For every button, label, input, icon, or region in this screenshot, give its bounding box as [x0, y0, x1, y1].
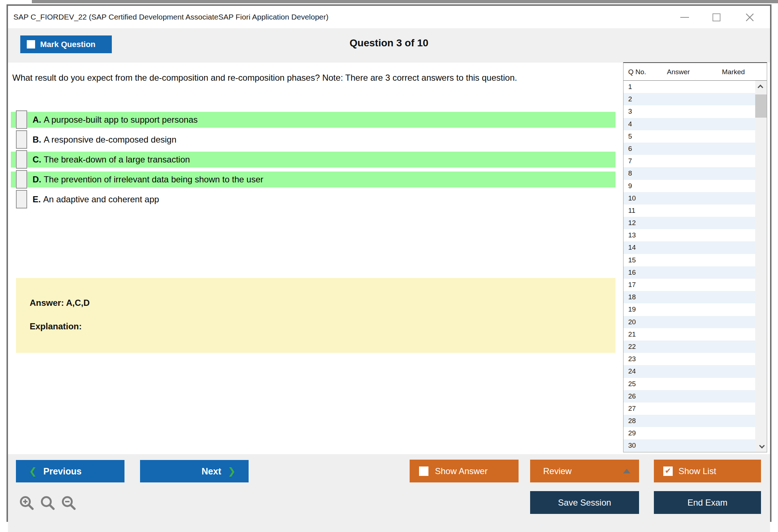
question-list-row[interactable]: 1	[623, 81, 755, 93]
explanation-label: Explanation:	[30, 321, 616, 332]
question-list-row[interactable]: 4	[623, 118, 755, 130]
review-button[interactable]: Review	[530, 460, 639, 482]
previous-label: Previous	[43, 466, 82, 477]
scroll-up-button[interactable]	[755, 81, 767, 92]
maximize-icon	[713, 13, 720, 21]
option-e[interactable]: E. An adaptive and coherent app	[11, 191, 616, 207]
question-list-row[interactable]: 11	[623, 204, 755, 217]
scrollbar-thumb[interactable]	[755, 94, 767, 118]
background-window-edge	[32, 0, 778, 3]
title-bar: SAP C_FIORDEV_22 (SAP Certified Developm…	[8, 6, 770, 28]
chevron-up-icon	[757, 84, 763, 90]
question-list-row[interactable]: 12	[623, 217, 755, 229]
review-label: Review	[543, 466, 572, 476]
question-list-row[interactable]: 24	[623, 365, 755, 377]
question-list-row[interactable]: 19	[623, 303, 755, 316]
close-button[interactable]	[743, 10, 757, 25]
option-checkbox[interactable]	[16, 150, 27, 169]
maximize-button[interactable]	[709, 10, 724, 25]
end-exam-button[interactable]: End Exam	[654, 491, 761, 514]
chevron-right-icon: ❯	[228, 466, 236, 476]
question-list-row[interactable]: 10	[623, 192, 755, 204]
question-list-row[interactable]: 20	[623, 316, 755, 328]
check-icon: ✔	[665, 467, 671, 475]
option-checkbox[interactable]	[16, 130, 27, 149]
option-text: E. An adaptive and coherent app	[33, 191, 159, 207]
save-session-label: Save Session	[558, 498, 611, 508]
question-list-row[interactable]: 7	[623, 155, 755, 167]
question-list-panel: Q No. Answer Marked 12345678910111213141…	[623, 62, 767, 452]
zoom-in-button[interactable]	[19, 495, 35, 512]
show-list-checkbox-icon[interactable]: ✔	[663, 466, 673, 476]
question-list-row[interactable]: 13	[623, 229, 755, 241]
question-counter: Question 3 of 10	[8, 37, 770, 49]
minimize-icon	[680, 17, 689, 18]
question-list-row[interactable]: 27	[623, 402, 755, 415]
zoom-toolbar	[19, 495, 77, 512]
column-header-qno: Q No.	[628, 63, 646, 81]
option-c[interactable]: C. The break-down of a large transaction	[11, 152, 616, 168]
answer-explanation-box: Answer: A,C,D Explanation:	[16, 278, 616, 353]
column-header-answer: Answer	[667, 63, 690, 81]
options-list: A. A purpose-built app to support person…	[11, 112, 616, 211]
question-list-row[interactable]: 22	[623, 341, 755, 353]
question-list-row[interactable]: 17	[623, 279, 755, 291]
question-list-row[interactable]: 23	[623, 353, 755, 365]
zoom-out-button[interactable]	[61, 495, 77, 512]
question-list-row[interactable]: 3	[623, 105, 755, 118]
question-list-row[interactable]: 5	[623, 130, 755, 143]
question-list-row[interactable]: 28	[623, 415, 755, 427]
show-answer-label: Show Answer	[435, 466, 487, 476]
question-list-row[interactable]: 21	[623, 328, 755, 341]
question-list-row[interactable]: 15	[623, 254, 755, 266]
app-window: SAP C_FIORDEV_22 (SAP Certified Developm…	[7, 4, 771, 522]
end-exam-label: End Exam	[688, 498, 728, 508]
question-list-row[interactable]: 30	[623, 439, 755, 452]
column-header-marked: Marked	[722, 63, 745, 81]
option-d[interactable]: D. The prevention of irrelevant data bei…	[11, 172, 616, 187]
answer-label: Answer: A,C,D	[30, 298, 616, 308]
option-checkbox[interactable]	[16, 110, 27, 129]
option-checkbox[interactable]	[16, 170, 27, 189]
question-list-row[interactable]: 14	[623, 241, 755, 254]
question-text: What result do you expect from the de-co…	[12, 71, 595, 85]
option-a[interactable]: A. A purpose-built app to support person…	[11, 112, 616, 128]
window-title: SAP C_FIORDEV_22 (SAP Certified Developm…	[13, 6, 329, 28]
option-text: D. The prevention of irrelevant data bei…	[33, 172, 263, 187]
question-list-row[interactable]: 2	[623, 93, 755, 105]
option-text: B. A responsive de-composed design	[33, 132, 177, 148]
close-icon	[745, 12, 755, 22]
show-answer-button[interactable]: Show Answer	[410, 460, 519, 482]
option-b[interactable]: B. A responsive de-composed design	[11, 132, 616, 148]
previous-button[interactable]: ❮ Previous	[16, 460, 124, 482]
question-list-scrollbar[interactable]	[755, 81, 767, 452]
question-list-row[interactable]: 18	[623, 291, 755, 303]
question-list-row[interactable]: 29	[623, 427, 755, 439]
caret-up-icon	[623, 469, 630, 473]
question-list-header: Q No. Answer Marked	[623, 63, 767, 81]
chevron-down-icon	[759, 443, 765, 448]
question-list-row[interactable]: 9	[623, 180, 755, 192]
option-text: A. A purpose-built app to support person…	[33, 112, 198, 128]
next-label: Next	[202, 466, 221, 477]
next-button[interactable]: Next ❯	[140, 460, 249, 482]
scroll-down-button[interactable]	[755, 440, 767, 452]
question-list-row[interactable]: 26	[623, 390, 755, 402]
show-answer-checkbox-icon[interactable]	[419, 466, 428, 476]
zoom-reset-button[interactable]	[40, 495, 56, 512]
chevron-left-icon: ❮	[29, 466, 37, 476]
save-session-button[interactable]: Save Session	[530, 491, 639, 514]
question-list-row[interactable]: 25	[623, 378, 755, 390]
option-text: C. The break-down of a large transaction	[33, 152, 190, 168]
option-checkbox[interactable]	[16, 190, 27, 208]
show-list-button[interactable]: ✔ Show List	[654, 460, 761, 482]
question-list-rows: 1234567891011121314151617181920212223242…	[623, 81, 755, 452]
show-list-label: Show List	[678, 466, 716, 476]
question-list-row[interactable]: 16	[623, 266, 755, 279]
question-list-row[interactable]: 6	[623, 143, 755, 155]
question-list-row[interactable]: 8	[623, 167, 755, 180]
minimize-button[interactable]	[677, 10, 692, 25]
